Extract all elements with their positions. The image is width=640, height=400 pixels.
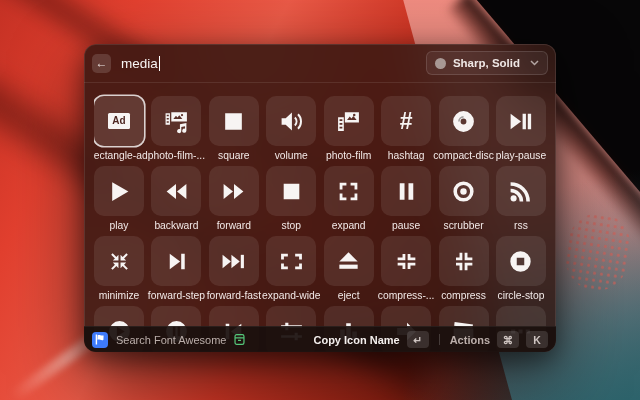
text-caret bbox=[159, 56, 161, 71]
chevron-down-icon bbox=[530, 60, 539, 66]
search-input[interactable]: media bbox=[121, 56, 426, 71]
icon-label: hashtag bbox=[388, 149, 425, 162]
rectangle-ad-icon: Ad bbox=[94, 96, 144, 146]
screen: ← media Sharp, Solid Adrectangle-adphoto… bbox=[0, 0, 640, 400]
eject-icon bbox=[324, 236, 374, 286]
icon-cell-backward[interactable]: backward bbox=[151, 166, 201, 232]
footer-separator bbox=[439, 334, 440, 345]
expand-icon bbox=[324, 166, 374, 216]
icon-label: pause bbox=[392, 219, 420, 232]
icon-label: forward-fast bbox=[207, 289, 261, 302]
icon-label: play-pause bbox=[496, 149, 546, 162]
icon-cell-circle-stop[interactable]: circle-stop bbox=[496, 236, 546, 302]
icon-cell-volume[interactable]: volume bbox=[266, 96, 316, 162]
style-dropdown-label: Sharp, Solid bbox=[453, 57, 520, 69]
k-key[interactable]: K bbox=[526, 331, 548, 348]
icon-label: volume bbox=[275, 149, 308, 162]
stop-icon bbox=[266, 166, 316, 216]
icon-label: stop bbox=[282, 219, 301, 232]
icon-cell-play[interactable]: play bbox=[94, 166, 144, 232]
icon-label: forward bbox=[217, 219, 251, 232]
icon-cell-square[interactable]: square bbox=[209, 96, 259, 162]
icon-label: compact-disc bbox=[433, 149, 494, 162]
actions-menu-button[interactable]: Actions bbox=[450, 334, 490, 346]
icon-label: square bbox=[218, 149, 249, 162]
icon-cell-pause[interactable]: pause bbox=[381, 166, 431, 232]
rss-icon bbox=[496, 166, 546, 216]
icon-label: photo-film bbox=[326, 149, 371, 162]
icon-cell-photo-film[interactable]: photo-film bbox=[324, 96, 374, 162]
icon-cell-forward[interactable]: forward bbox=[209, 166, 259, 232]
icon-search-window: ← media Sharp, Solid Adrectangle-adphoto… bbox=[84, 44, 556, 352]
box-status-icon bbox=[233, 333, 246, 346]
icon-cell-compact-disc[interactable]: compact-disc bbox=[439, 96, 489, 162]
search-value: media bbox=[121, 56, 158, 71]
hashtag-icon: # bbox=[381, 96, 431, 146]
photo-film-icon bbox=[324, 96, 374, 146]
command-key[interactable]: ⌘ bbox=[497, 331, 519, 348]
icon-label: compress bbox=[441, 289, 486, 302]
footer-bar: Search Font Awesome Copy Icon Name ↵ Act… bbox=[84, 326, 556, 352]
style-dot-icon bbox=[435, 58, 446, 69]
icon-cell-rectangle-ad[interactable]: Adrectangle-ad bbox=[94, 96, 144, 162]
icon-cell-minimize[interactable]: minimize bbox=[94, 236, 144, 302]
icon-label: expand bbox=[332, 219, 366, 232]
icon-cell-compress[interactable]: compress bbox=[439, 236, 489, 302]
photo-film-music-icon bbox=[151, 96, 201, 146]
copy-icon-name-action[interactable]: Copy Icon Name bbox=[313, 334, 399, 346]
font-awesome-flag-icon bbox=[92, 332, 108, 348]
icon-cell-play-pause[interactable]: play-pause bbox=[496, 96, 546, 162]
expand-wide-icon bbox=[266, 236, 316, 286]
return-key[interactable]: ↵ bbox=[407, 331, 429, 348]
icon-cell-eject[interactable]: eject bbox=[324, 236, 374, 302]
play-icon bbox=[94, 166, 144, 216]
icon-cell-expand[interactable]: expand bbox=[324, 166, 374, 232]
icon-label: circle-stop bbox=[497, 289, 544, 302]
icon-label: expand-wide bbox=[262, 289, 320, 302]
back-button[interactable]: ← bbox=[92, 54, 111, 73]
icon-cell-stop[interactable]: stop bbox=[266, 166, 316, 232]
icon-label: photo-film-... bbox=[148, 149, 205, 162]
icon-label: compress-... bbox=[378, 289, 435, 302]
forward-icon bbox=[209, 166, 259, 216]
icon-label: play bbox=[110, 219, 129, 232]
minimize-icon bbox=[94, 236, 144, 286]
icon-results-grid: Adrectangle-adphoto-film-...squarevolume… bbox=[94, 83, 546, 352]
icon-label: rectangle-ad bbox=[94, 149, 148, 162]
play-pause-icon bbox=[496, 96, 546, 146]
icon-cell-hashtag[interactable]: #hashtag bbox=[381, 96, 431, 162]
app-label: Search Font Awesome bbox=[116, 334, 226, 346]
volume-icon bbox=[266, 96, 316, 146]
icon-label: eject bbox=[338, 289, 360, 302]
icon-label: minimize bbox=[99, 289, 140, 302]
icon-label: backward bbox=[154, 219, 198, 232]
compress-icon bbox=[439, 236, 489, 286]
pause-icon bbox=[381, 166, 431, 216]
backward-icon bbox=[151, 166, 201, 216]
icon-label: forward-step bbox=[148, 289, 205, 302]
icon-cell-compress-wide[interactable]: compress-... bbox=[381, 236, 431, 302]
icon-cell-scrubber[interactable]: scrubber bbox=[439, 166, 489, 232]
style-dropdown[interactable]: Sharp, Solid bbox=[426, 51, 548, 75]
forward-step-icon bbox=[151, 236, 201, 286]
icon-cell-forward-fast[interactable]: forward-fast bbox=[209, 236, 259, 302]
icon-label: rss bbox=[514, 219, 528, 232]
forward-fast-icon bbox=[209, 236, 259, 286]
icon-cell-forward-step[interactable]: forward-step bbox=[151, 236, 201, 302]
icon-cell-photo-film-music[interactable]: photo-film-... bbox=[151, 96, 201, 162]
circle-stop-icon bbox=[496, 236, 546, 286]
icon-cell-rss[interactable]: rss bbox=[496, 166, 546, 232]
scrubber-icon bbox=[439, 166, 489, 216]
compress-wide-icon bbox=[381, 236, 431, 286]
compact-disc-icon bbox=[439, 96, 489, 146]
icon-label: scrubber bbox=[444, 219, 484, 232]
search-header: ← media Sharp, Solid bbox=[84, 44, 556, 82]
icon-cell-expand-wide[interactable]: expand-wide bbox=[266, 236, 316, 302]
square-icon bbox=[209, 96, 259, 146]
